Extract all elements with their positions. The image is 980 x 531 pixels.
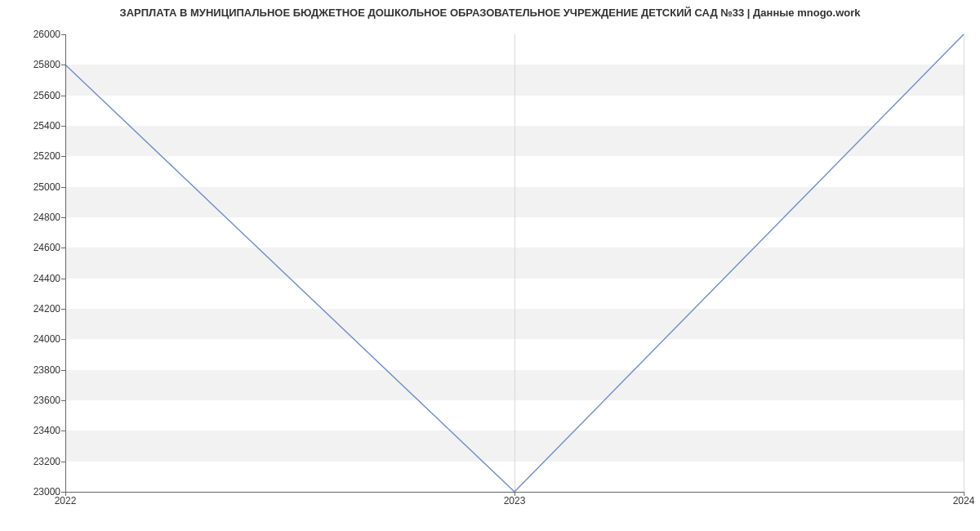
y-tick-label: 25800 [3,59,60,70]
y-tick-label: 24000 [3,333,60,345]
y-tick-label: 25000 [3,181,60,193]
y-tick-label: 24600 [3,242,60,253]
y-tick-mark [61,279,65,279]
y-tick-label: 24800 [3,212,60,223]
y-tick-mark [61,217,65,218]
y-axis-line [65,34,66,492]
y-tick-mark [61,65,65,65]
y-tick-label: 23600 [3,395,60,406]
y-tick-mark [61,248,65,248]
plot-area [65,34,964,492]
x-tick-label: 2023 [504,495,526,506]
y-tick-mark [61,462,65,462]
y-tick-label: 24200 [3,303,60,315]
y-tick-label: 23400 [3,425,60,436]
line-series-layer [65,34,964,492]
gridline-vertical [964,34,964,492]
y-tick-mark [61,400,65,401]
y-tick-label: 23200 [3,456,60,467]
y-tick-mark [61,187,65,188]
y-tick-label: 26000 [3,29,60,40]
y-tick-label: 23000 [3,486,60,498]
y-tick-mark [61,34,65,35]
x-tick-label: 2022 [55,495,77,506]
y-tick-mark [61,96,65,96]
y-tick-label: 24400 [3,273,60,284]
salary-line [65,34,964,492]
y-tick-mark [61,370,65,371]
y-tick-label: 23800 [3,364,60,376]
chart-container: ЗАРПЛАТА В МУНИЦИПАЛЬНОЕ БЮДЖЕТНОЕ ДОШКО… [0,0,980,531]
y-tick-mark [61,339,65,340]
y-tick-mark [61,156,65,157]
x-tick-label: 2024 [953,495,975,506]
y-tick-mark [61,431,65,431]
y-tick-label: 25200 [3,150,60,162]
y-tick-label: 25600 [3,90,60,101]
chart-title: ЗАРПЛАТА В МУНИЦИПАЛЬНОЕ БЮДЖЕТНОЕ ДОШКО… [0,7,980,19]
y-tick-mark [61,126,65,127]
y-tick-mark [61,309,65,310]
y-tick-label: 25400 [3,120,60,132]
